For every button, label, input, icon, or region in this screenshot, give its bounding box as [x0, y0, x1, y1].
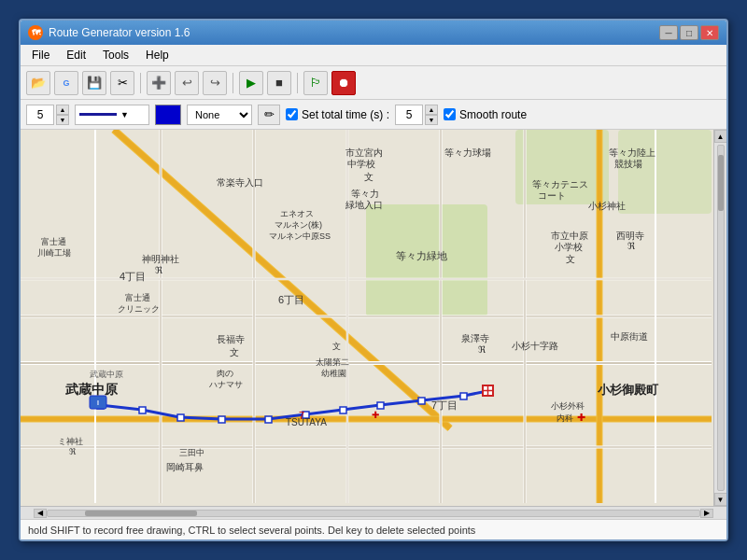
maximize-button[interactable]: □ — [680, 25, 698, 40]
minimize-button[interactable]: ─ — [659, 25, 678, 40]
smooth-route-label[interactable]: Smooth route — [444, 108, 527, 121]
svg-rect-3 — [618, 130, 712, 214]
map-container[interactable]: I 武蔵中原 武蔵中原 小杉御殿町 常楽寺入口 等々力球場 等々カテニス コート… — [21, 130, 726, 506]
add-button[interactable]: ➕ — [147, 71, 171, 95]
svg-rect-2 — [515, 130, 609, 204]
convenience-store-icon: 7 — [299, 410, 304, 421]
line-width-input[interactable]: 5 — [26, 105, 54, 125]
status-text: hold SHIFT to record free drawing, CTRL … — [28, 525, 475, 536]
flag-button[interactable]: 🏳 — [303, 71, 328, 95]
line-width-control: 5 ▲ ▼ — [26, 105, 69, 125]
app-icon: 🗺 — [28, 25, 43, 40]
pencil-button[interactable]: ✏ — [258, 105, 280, 125]
svg-rect-1 — [366, 204, 487, 316]
menu-file[interactable]: File — [24, 47, 57, 63]
total-time-arrows: ▲ ▼ — [425, 105, 438, 125]
edit-button[interactable]: ✂ — [110, 71, 134, 95]
options-bar: 5 ▲ ▼ ▼ None Linear Bounce ✏ Set total t… — [21, 100, 726, 130]
set-total-time-checkbox[interactable] — [286, 108, 298, 120]
dropdown-arrow-line: ▼ — [120, 110, 129, 119]
separator-1 — [140, 73, 141, 93]
set-total-time-text: Set total time (s) : — [302, 108, 389, 121]
stop-button[interactable]: ■ — [267, 71, 291, 95]
line-style-select[interactable]: ▼ — [75, 105, 149, 125]
status-bar: hold SHIFT to record free drawing, CTRL … — [21, 519, 726, 539]
line-width-arrows: ▲ ▼ — [56, 105, 69, 125]
scroll-up-button[interactable]: ▲ — [714, 130, 727, 143]
smooth-route-text: Smooth route — [459, 108, 527, 121]
total-time-up[interactable]: ▲ — [425, 105, 438, 115]
scroll-thumb-v[interactable] — [718, 155, 724, 211]
total-time-control: 5 ▲ ▼ — [395, 105, 438, 125]
undo-button[interactable]: ↩ — [175, 71, 199, 95]
set-total-time-label[interactable]: Set total time (s) : — [286, 108, 389, 121]
google-button[interactable]: G — [54, 71, 78, 95]
main-window: 🗺 Route Generator version 1.6 ─ □ ✕ File… — [19, 19, 728, 541]
line-width-up[interactable]: ▲ — [56, 105, 69, 115]
cross-icon-1: ✚ — [577, 412, 585, 424]
map-background — [21, 130, 726, 506]
color-picker[interactable] — [155, 105, 181, 125]
horizontal-scrollbar[interactable]: ◀ ▶ — [21, 506, 726, 519]
menu-edit[interactable]: Edit — [59, 47, 93, 63]
record-button[interactable]: ⏺ — [331, 71, 356, 95]
scroll-track-v[interactable] — [717, 145, 725, 491]
total-time-input[interactable]: 5 — [395, 105, 423, 125]
scroll-thumb-h[interactable] — [85, 511, 197, 516]
line-width-down[interactable]: ▼ — [56, 115, 69, 125]
scroll-down-button[interactable]: ▼ — [714, 493, 727, 506]
scroll-track-h[interactable] — [47, 510, 700, 517]
separator-2 — [233, 73, 233, 93]
window-title: Route Generator version 1.6 — [49, 26, 190, 39]
open-button[interactable]: 📂 — [26, 71, 50, 95]
close-button[interactable]: ✕ — [700, 25, 719, 40]
animation-select[interactable]: None Linear Bounce — [187, 105, 252, 125]
separator-3 — [297, 73, 298, 93]
toolbar: 📂 G 💾 ✂ ➕ ↩ ↪ ▶ ■ 🏳 ⏺ — [21, 66, 726, 100]
menu-tools[interactable]: Tools — [95, 47, 136, 63]
cross-icon-2: ✚ — [372, 410, 379, 420]
title-buttons: ─ □ ✕ — [659, 25, 719, 40]
title-bar: 🗺 Route Generator version 1.6 ─ □ ✕ — [21, 21, 726, 45]
save-button[interactable]: 💾 — [82, 71, 106, 95]
smooth-route-checkbox[interactable] — [444, 108, 456, 120]
title-bar-left: 🗺 Route Generator version 1.6 — [28, 25, 190, 40]
vertical-scrollbar[interactable]: ▲ ▼ — [713, 130, 726, 506]
line-preview — [79, 113, 117, 116]
menu-bar: File Edit Tools Help — [21, 45, 726, 66]
scroll-right-button[interactable]: ▶ — [700, 509, 713, 518]
redo-button[interactable]: ↪ — [203, 71, 227, 95]
play-button[interactable]: ▶ — [239, 71, 263, 95]
menu-help[interactable]: Help — [138, 47, 176, 63]
scroll-left-button[interactable]: ◀ — [34, 509, 47, 518]
total-time-down[interactable]: ▼ — [425, 115, 438, 125]
